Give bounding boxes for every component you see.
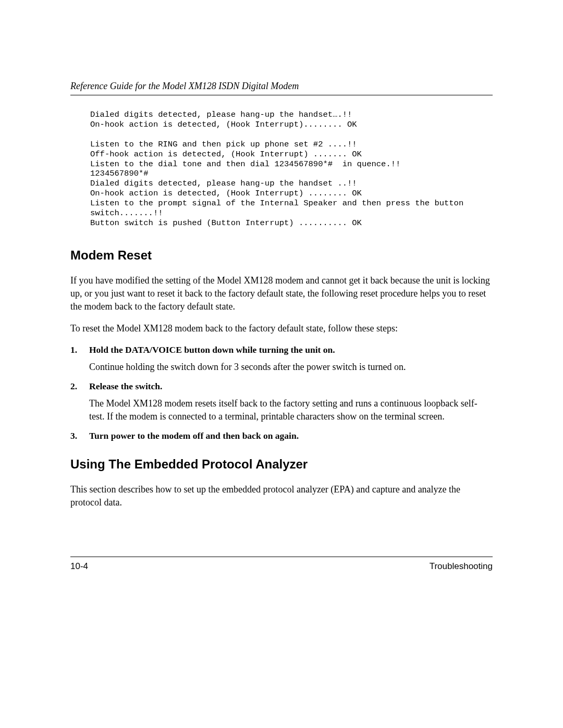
list-item: Release the switch. The Model XM128 mode… bbox=[70, 381, 493, 423]
list-item: Hold the DATA/VOICE button down while tu… bbox=[70, 344, 493, 374]
body-paragraph: If you have modified the setting of the … bbox=[70, 274, 493, 313]
section-heading-modem-reset: Modem Reset bbox=[70, 248, 493, 263]
steps-list: Hold the DATA/VOICE button down while tu… bbox=[70, 344, 493, 441]
body-paragraph: To reset the Model XM128 modem back to t… bbox=[70, 322, 493, 335]
page-footer: 10-4 Troubleshooting bbox=[70, 557, 493, 572]
step-title: Hold the DATA/VOICE button down while tu… bbox=[89, 344, 493, 355]
section-heading-protocol-analyzer: Using The Embedded Protocol Analyzer bbox=[70, 457, 493, 472]
step-title: Release the switch. bbox=[89, 381, 493, 392]
step-detail: The Model XM128 modem resets itself back… bbox=[89, 397, 493, 423]
terminal-output-block: Dialed digits detected, please hang-up t… bbox=[90, 110, 493, 228]
footer-section-name: Troubleshooting bbox=[430, 561, 493, 572]
page-content: Reference Guide for the Model XM128 ISDN… bbox=[0, 0, 563, 509]
step-detail: Continue holding the switch down for 3 s… bbox=[89, 361, 493, 374]
list-item: Turn power to the modem off and then bac… bbox=[70, 430, 493, 441]
step-title: Turn power to the modem off and then bac… bbox=[89, 430, 493, 441]
body-paragraph: This section describes how to set up the… bbox=[70, 483, 493, 509]
document-header: Reference Guide for the Model XM128 ISDN… bbox=[70, 81, 493, 95]
page-number: 10-4 bbox=[70, 561, 88, 572]
